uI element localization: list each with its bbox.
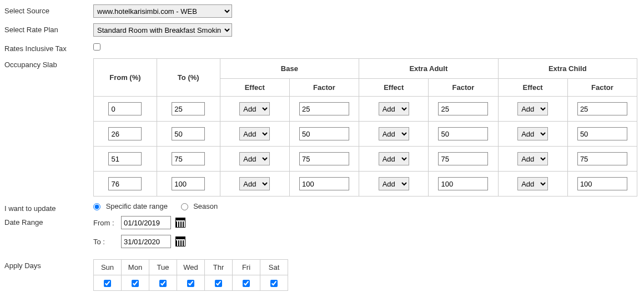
slab-adult-factor-input[interactable] [438, 177, 488, 190]
update-season-radio[interactable] [181, 203, 188, 210]
update-specific-option[interactable]: Specific date range [93, 202, 170, 210]
rates-inclusive-tax-checkbox[interactable] [93, 43, 100, 51]
day-header-sun: Sun [94, 260, 122, 275]
slab-base-factor-input[interactable] [299, 152, 349, 165]
day-header-tue: Tue [149, 260, 177, 275]
date-range-label: Date Range [4, 216, 93, 226]
day-check-sun[interactable] [104, 280, 111, 287]
header-to-pct: To (%) [157, 59, 220, 97]
apply-days-table: Sun Mon Tue Wed Thr Fri Sat [93, 259, 288, 291]
select-rate-plan-dropdown[interactable]: Standard Room with Breakfast Smokin [93, 23, 232, 37]
date-to-input[interactable] [121, 235, 171, 248]
date-from-sublabel: From : [93, 219, 121, 227]
slab-base-factor-input[interactable] [299, 102, 349, 115]
slab-adult-factor-input[interactable] [438, 152, 488, 165]
day-header-thr: Thr [205, 260, 233, 275]
slab-base-factor-input[interactable] [299, 177, 349, 190]
select-source-label: Select Source [4, 4, 93, 15]
slab-base-effect-select[interactable]: Add [239, 127, 270, 140]
slab-to-input[interactable] [172, 102, 205, 115]
header-base: Base [220, 59, 359, 79]
slab-child-effect-select[interactable]: Add [517, 152, 548, 165]
slab-from-input[interactable] [108, 177, 142, 190]
slab-to-input[interactable] [172, 177, 205, 190]
slab-adult-effect-select[interactable]: Add [379, 127, 409, 140]
header-adult-effect: Effect [359, 79, 429, 97]
rates-inclusive-tax-label: Rates Inclusive Tax [4, 42, 93, 53]
slab-row: AddAddAdd [94, 172, 637, 197]
slab-adult-effect-select[interactable]: Add [379, 177, 409, 190]
slab-adult-factor-input[interactable] [438, 127, 488, 140]
update-specific-radio[interactable] [93, 203, 100, 210]
calendar-icon[interactable] [175, 236, 185, 246]
slab-row: AddAddAdd [94, 97, 637, 122]
slab-adult-effect-select[interactable]: Add [379, 102, 409, 115]
select-rate-plan-label: Select Rate Plan [4, 23, 93, 34]
slab-adult-effect-select[interactable]: Add [379, 152, 409, 165]
slab-child-effect-select[interactable]: Add [517, 102, 548, 115]
slab-from-input[interactable] [108, 102, 142, 115]
slab-to-input[interactable] [172, 152, 205, 165]
slab-row: AddAddAdd [94, 122, 637, 147]
header-extra-child: Extra Child [498, 59, 637, 79]
slab-base-factor-input[interactable] [299, 127, 349, 140]
date-to-sublabel: To : [93, 238, 121, 246]
header-extra-adult: Extra Adult [359, 59, 498, 79]
header-adult-factor: Factor [429, 79, 498, 97]
header-child-effect: Effect [498, 79, 567, 97]
slab-adult-factor-input[interactable] [438, 102, 488, 115]
slab-from-input[interactable] [108, 152, 142, 165]
header-child-factor: Factor [567, 79, 637, 97]
apply-days-label: Apply Days [4, 259, 93, 270]
slab-row: AddAddAdd [94, 147, 637, 172]
slab-child-factor-input[interactable] [577, 152, 627, 165]
slab-child-factor-input[interactable] [577, 127, 627, 140]
slab-base-effect-select[interactable]: Add [239, 152, 270, 165]
day-check-thr[interactable] [215, 280, 222, 287]
slab-from-input[interactable] [108, 127, 142, 140]
day-header-mon: Mon [122, 260, 149, 275]
day-header-fri: Fri [233, 260, 260, 275]
header-base-factor: Factor [289, 79, 359, 97]
day-header-wed: Wed [177, 260, 205, 275]
day-header-sat: Sat [260, 260, 288, 275]
day-check-sat[interactable] [270, 280, 278, 287]
calendar-icon[interactable] [175, 218, 185, 228]
i-want-to-update-label: I want to update [4, 202, 93, 213]
day-check-mon[interactable] [132, 280, 139, 287]
update-season-option[interactable]: Season [181, 202, 218, 210]
day-check-fri[interactable] [243, 280, 250, 287]
slab-base-effect-select[interactable]: Add [239, 177, 270, 190]
slab-child-factor-input[interactable] [577, 102, 627, 115]
select-source-dropdown[interactable]: www.hotelkarisimbi.com - WEB [93, 4, 232, 18]
slab-to-input[interactable] [172, 127, 205, 140]
header-base-effect: Effect [220, 79, 289, 97]
day-check-tue[interactable] [159, 280, 167, 287]
occupancy-slab-table: From (%) To (%) Base Extra Adult Extra C… [93, 58, 637, 197]
date-from-input[interactable] [121, 216, 171, 229]
slab-child-effect-select[interactable]: Add [517, 177, 548, 190]
header-from-pct: From (%) [94, 59, 157, 97]
occupancy-slab-label: Occupancy Slab [4, 58, 93, 69]
day-check-wed[interactable] [187, 280, 194, 287]
slab-base-effect-select[interactable]: Add [239, 102, 270, 115]
slab-child-factor-input[interactable] [577, 177, 627, 190]
slab-child-effect-select[interactable]: Add [517, 127, 548, 140]
